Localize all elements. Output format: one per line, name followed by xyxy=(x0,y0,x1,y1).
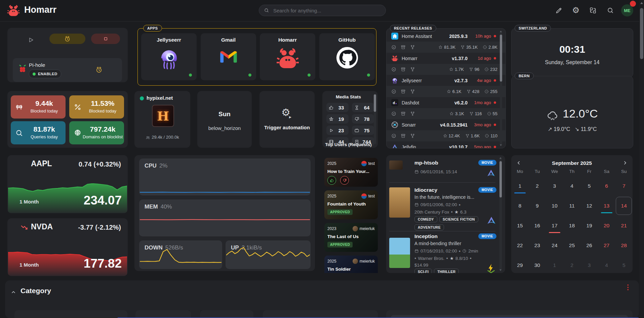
calendar-day-21[interactable]: 21 xyxy=(615,216,633,235)
calendar-day-24[interactable]: 24 xyxy=(546,235,563,255)
header-search-icon[interactable] xyxy=(607,7,614,14)
search-input[interactable] xyxy=(273,7,375,14)
calendar-day-4[interactable]: 4 xyxy=(563,176,581,196)
homarr-dashboard: Homarr ⚙ ME Pi-hole xyxy=(0,0,644,318)
pihole-control-row[interactable]: Pi-hole ENABLED xyxy=(13,58,122,82)
calendar-day-8[interactable]: 8 xyxy=(511,196,529,216)
decline-button[interactable] xyxy=(340,176,349,185)
pihole-stat-tile[interactable]: 9.44k Blocked today xyxy=(11,95,66,119)
calendar-day-12[interactable]: 12 xyxy=(580,196,598,216)
release-version: v2.7.3 xyxy=(454,78,468,83)
fork-icon xyxy=(410,111,415,116)
calendar-day-4[interactable]: 4 xyxy=(598,255,615,275)
calendar-day-3[interactable]: 3 xyxy=(546,176,563,196)
calendar-day-26[interactable]: 26 xyxy=(580,235,598,255)
media-type-badge: MOVIE xyxy=(478,187,496,193)
media-stats-scrollbar[interactable] xyxy=(374,94,376,144)
calendar-day-27[interactable]: 27 xyxy=(598,235,615,255)
calendar-month-title[interactable]: September 2025 xyxy=(511,160,633,166)
app-tile-homarr[interactable]: Homarr xyxy=(260,33,315,80)
releases-label[interactable]: RECENT RELEASES xyxy=(390,25,436,32)
scroll-up-arrow[interactable] xyxy=(640,2,643,4)
media-date: 09/01/2006, 02:00 ● xyxy=(414,202,460,207)
calendar-day-28[interactable]: 28 xyxy=(615,235,633,255)
collapse-chevron-icon[interactable] xyxy=(10,289,16,296)
calendar-day-16[interactable]: 16 xyxy=(529,216,546,235)
request-title: The Last of Us xyxy=(327,234,375,239)
page-scrollbar[interactable] xyxy=(639,0,644,318)
approve-button[interactable] xyxy=(327,176,336,185)
calendar-day-5[interactable]: 5 xyxy=(580,176,598,196)
pihole-stat-tile[interactable]: 11.53% Blocked today xyxy=(69,95,124,119)
calendar-weekday: Fr xyxy=(580,169,598,174)
app-tile-jellyseerr[interactable]: Jellyseerr xyxy=(141,33,197,80)
media-list-scrollbar[interactable] xyxy=(499,157,502,271)
category-menu-icon[interactable]: ⋮ xyxy=(625,285,631,289)
calendar-day-13[interactable]: 13 xyxy=(598,196,615,216)
release-row-jellyseerr[interactable]: Jellyseerr v2.7.3 4w ago xyxy=(387,75,506,86)
apps-category-label[interactable]: APPS xyxy=(143,25,162,32)
request-card[interactable]: 2025 test Fountain of Youth APPROVED xyxy=(324,190,378,219)
stars-count: 3.1K xyxy=(455,111,464,116)
release-row-jellyfin[interactable]: Jellyfin v10.10.7 5mo ago xyxy=(387,141,506,148)
release-row-homarr[interactable]: Homarr v1.37.0 1d ago xyxy=(387,53,506,64)
timer-button[interactable] xyxy=(49,34,85,44)
pihole-timer-icon[interactable] xyxy=(95,66,103,73)
calendar-day-30[interactable]: 30 xyxy=(529,255,546,275)
stop-button[interactable] xyxy=(91,34,120,44)
calendar-day-7[interactable]: 7 xyxy=(615,176,633,196)
stock-widget-aapl[interactable]: AAPL 0.74 (+0.32%) 1 Month 234.07 xyxy=(7,155,128,213)
stock-widget-nvda[interactable]: NVDA -3.77 (-2.12%) 1 Month 177.82 xyxy=(7,218,128,276)
fork-icon xyxy=(460,45,465,49)
request-card[interactable]: 2025 meierluk Tin Soldier xyxy=(324,256,378,273)
calendar-day-23[interactable]: 23 xyxy=(529,235,546,255)
calendar-day-6[interactable]: 6 xyxy=(598,176,615,196)
release-age: 1d ago xyxy=(470,56,491,61)
settings-gear-icon[interactable]: ⚙ xyxy=(572,5,579,15)
media-title: Idiocracy xyxy=(414,187,437,193)
release-row-sonarr[interactable]: Sonarr v4.0.15.2941 3mo ago xyxy=(387,119,506,130)
up-panel: UP2.1kiB/s xyxy=(226,240,311,269)
calendar-day-5[interactable]: 5 xyxy=(615,255,633,275)
calendar-day-14[interactable]: 14 xyxy=(615,196,633,216)
minecraft-widget[interactable]: hypixel.net H 29.4k / 200.0k xyxy=(134,91,190,148)
calendar-day-10[interactable]: 10 xyxy=(546,196,563,216)
star-icon xyxy=(447,89,451,94)
search-bar[interactable] xyxy=(259,5,386,16)
issue-icon xyxy=(483,45,487,49)
calendar-day-1[interactable]: 1 xyxy=(546,255,563,275)
release-age: 5mo ago xyxy=(470,144,491,148)
calendar-day-25[interactable]: 25 xyxy=(563,235,581,255)
calendar-day-22[interactable]: 22 xyxy=(511,235,529,255)
calendar-day-9[interactable]: 9 xyxy=(529,196,546,216)
pihole-stat-tile[interactable]: 797.24k Domains on blocklist xyxy=(69,121,124,144)
pihole-stat-tile[interactable]: 81.87k Queries today xyxy=(11,121,66,144)
calendar-day-2[interactable]: 2 xyxy=(529,176,546,196)
media-date: 07/16/2010, 02:00 ● 2min xyxy=(414,248,478,254)
minecraft-host: hypixel.net xyxy=(147,95,173,101)
calendar-day-2[interactable]: 2 xyxy=(563,255,581,275)
calendar-day-15[interactable]: 15 xyxy=(511,216,529,235)
release-row-home-assitant[interactable]: Home Assitant 2025.9.3 10h ago xyxy=(387,31,506,42)
scrollbar-thumb[interactable] xyxy=(640,8,643,59)
calendar-day-1[interactable]: 1 xyxy=(511,176,529,196)
calendar-day-17[interactable]: 17 xyxy=(546,216,563,235)
releases-scrollbar[interactable] xyxy=(500,31,502,146)
calendar-day-18[interactable]: 18 xyxy=(563,216,581,235)
calendar-day-3[interactable]: 3 xyxy=(580,255,598,275)
automation-widget[interactable]: ⚙▸ Trigger automation xyxy=(259,91,315,148)
play-button[interactable] xyxy=(28,37,34,43)
calendar-next-icon[interactable] xyxy=(622,160,628,166)
calendar-day-19[interactable]: 19 xyxy=(580,216,598,235)
calendar-day-20[interactable]: 20 xyxy=(598,216,615,235)
calendar-day-29[interactable]: 29 xyxy=(511,255,529,275)
calendar-day-11[interactable]: 11 xyxy=(563,196,581,216)
layout-swap-icon[interactable] xyxy=(589,7,597,14)
app-tile-github[interactable]: GitHub xyxy=(319,33,375,80)
release-row-dashdot[interactable]: d Dashdot v6.2.0 1mo ago xyxy=(387,97,506,108)
request-card[interactable]: 2023 meierluk The Last of Us APPROVED xyxy=(324,223,378,252)
edit-pencil-icon[interactable] xyxy=(555,7,563,14)
low-arrow-icon: ↘ xyxy=(575,126,579,132)
app-tile-gmail[interactable]: Gmail xyxy=(201,33,256,80)
request-card[interactable]: 2025 test How to Train Your... xyxy=(324,158,378,187)
